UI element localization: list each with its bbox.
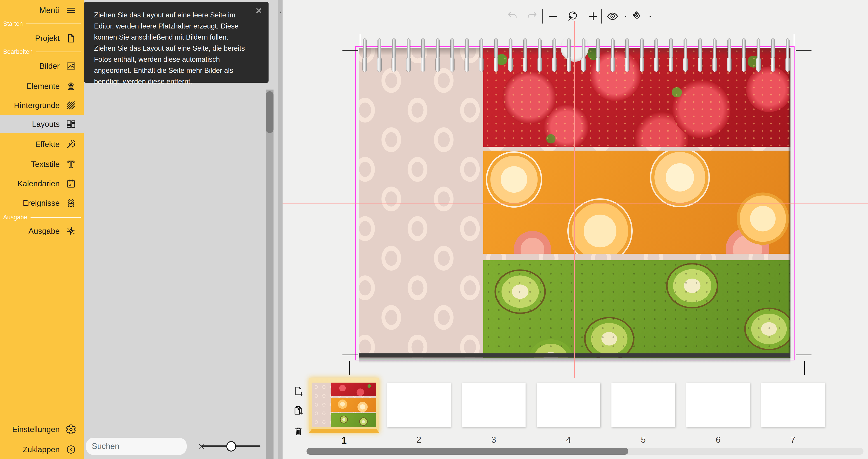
pages-add-icon xyxy=(293,414,304,418)
collapse-icon xyxy=(66,444,76,455)
crop-mark xyxy=(360,34,360,47)
spiral-ring xyxy=(494,39,498,59)
layouts-icon xyxy=(66,119,76,129)
calendar-icon: 31 xyxy=(66,178,76,189)
sidebar-item-kalendarien[interactable]: Kalendarien31 xyxy=(0,175,84,193)
panel-scrollbar-thumb[interactable] xyxy=(266,91,274,133)
sidebar-item-hintergründe[interactable]: Hintergründe xyxy=(0,96,84,114)
page-thumb-3[interactable] xyxy=(462,382,526,427)
spiral-ring xyxy=(684,39,687,59)
duplicate-page-button[interactable] xyxy=(293,404,304,417)
crop-mark xyxy=(804,361,805,375)
preview-strawberries xyxy=(331,382,376,396)
page-number: 2 xyxy=(405,435,432,445)
page-number: 3 xyxy=(480,435,507,445)
search-box xyxy=(86,438,187,455)
zoom-out-button[interactable] xyxy=(547,10,559,23)
page-thumb-1-selected[interactable] xyxy=(309,377,379,433)
vertical-guide[interactable] xyxy=(575,21,575,378)
spiral-ring xyxy=(757,39,760,59)
sidebar-item-textstile[interactable]: Textstile xyxy=(0,155,84,173)
toolbar-separator xyxy=(601,9,602,24)
crop-mark xyxy=(796,51,811,51)
spiral-ring xyxy=(436,39,439,59)
spiral-ring xyxy=(699,39,702,59)
crop-mark xyxy=(796,355,811,355)
photo-oranges[interactable] xyxy=(483,151,790,254)
panel-scrollbar-track[interactable] xyxy=(266,90,274,459)
panel-divider xyxy=(278,0,283,459)
search-input[interactable] xyxy=(92,441,197,451)
sidebar-item-ereignisse[interactable]: Ereignisse xyxy=(0,194,84,212)
zoom-fit-icon xyxy=(567,10,580,23)
spiral-ring xyxy=(524,39,527,59)
page-thumb-2[interactable] xyxy=(387,382,451,427)
menu-label: Menü xyxy=(39,6,60,15)
menu-button[interactable]: Menü xyxy=(0,1,84,20)
sidebar-item-projekt[interactable]: Projekt xyxy=(0,29,84,47)
page-thumb-7[interactable] xyxy=(761,382,825,427)
preview-oranges xyxy=(331,398,376,412)
page-add-icon xyxy=(293,394,304,398)
spiral-ring xyxy=(611,39,614,59)
caret-down-icon xyxy=(647,16,653,20)
filmstrip-scrollbar-thumb[interactable] xyxy=(307,448,628,455)
minus-icon xyxy=(547,10,559,23)
sidebar-item-zuklappen[interactable]: Zuklappen xyxy=(0,440,84,459)
horizontal-guide[interactable] xyxy=(283,203,868,204)
sidebar-item-einstellungen[interactable]: Einstellungen xyxy=(0,420,84,438)
undo-icon xyxy=(506,10,519,23)
panel-collapse-button[interactable] xyxy=(277,7,284,16)
redo-icon xyxy=(526,10,538,23)
page-number: 6 xyxy=(705,435,732,445)
spiral-ring xyxy=(669,39,673,59)
sidebar-item-effekte[interactable]: Effekte xyxy=(0,135,84,153)
sidebar-item-ausgabe[interactable]: Ausgabe xyxy=(0,222,84,240)
svg-text:31: 31 xyxy=(69,183,73,187)
spiral-ring xyxy=(407,39,410,59)
document-icon xyxy=(66,33,76,43)
visibility-button[interactable] xyxy=(606,10,619,23)
plus-icon xyxy=(587,10,599,23)
page-number: 7 xyxy=(779,435,807,445)
undo-button[interactable] xyxy=(506,10,519,23)
spiral-ring xyxy=(625,39,629,59)
spiral-ring xyxy=(421,39,425,59)
sidebar-item-elemente[interactable]: Elemente xyxy=(0,77,84,95)
sidebar-item-layouts[interactable]: Layouts xyxy=(0,115,84,133)
spiral-ring xyxy=(742,39,745,59)
crop-mark xyxy=(794,34,794,47)
photo-kiwi[interactable] xyxy=(483,260,790,358)
snapping-button[interactable] xyxy=(631,10,644,23)
redo-button[interactable] xyxy=(526,10,538,23)
add-page-button[interactable] xyxy=(293,385,304,398)
zoom-in-button[interactable] xyxy=(587,10,599,23)
layouts-tooltip: Ziehen Sie das Layout auf eine leere Sei… xyxy=(84,2,269,83)
wand-icon xyxy=(66,139,76,150)
preview-kiwi xyxy=(331,413,376,427)
snapping-dropdown-caret[interactable] xyxy=(647,13,653,20)
visibility-dropdown-caret[interactable] xyxy=(622,13,628,20)
spiral-ring xyxy=(378,39,381,59)
page-number: 4 xyxy=(555,435,582,445)
page-selection-ribbon xyxy=(309,429,379,433)
trash-icon xyxy=(293,435,304,438)
caret-down-icon xyxy=(622,16,628,20)
page-thumb-4[interactable] xyxy=(537,382,600,427)
thumb-zoom-slider-knob[interactable] xyxy=(226,441,236,452)
delete-page-button[interactable] xyxy=(293,425,304,438)
hatch-icon xyxy=(66,100,76,111)
spiral-ring xyxy=(480,39,483,59)
close-icon[interactable] xyxy=(255,7,263,16)
crop-mark xyxy=(342,51,358,51)
page-number: 1 xyxy=(331,435,358,446)
spiral-ring xyxy=(392,39,396,59)
sidebar-item-bilder[interactable]: Bilder xyxy=(0,57,84,75)
page-thumb-6[interactable] xyxy=(686,382,750,427)
gear-icon xyxy=(66,424,76,435)
page-thumb-5[interactable] xyxy=(612,382,675,427)
toolbar-separator xyxy=(542,9,543,24)
zoom-fit-button[interactable] xyxy=(567,10,580,23)
hamburger-icon xyxy=(66,5,76,16)
alarm-icon xyxy=(66,197,76,209)
